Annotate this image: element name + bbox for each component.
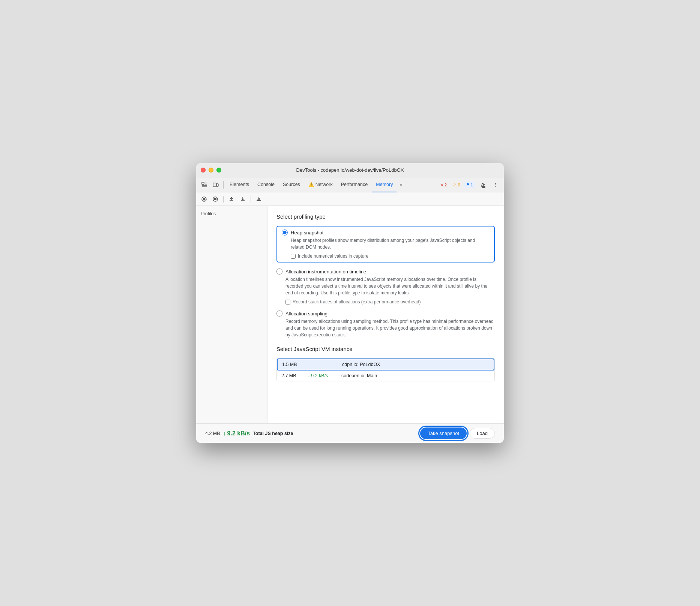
load-button[interactable]: Load — [470, 428, 495, 439]
tab-memory[interactable]: Memory — [372, 177, 397, 192]
devtools-window: DevTools - codepen.io/web-dot-dev/live/P… — [196, 163, 504, 443]
vm-size-0: 1.5 MB — [282, 362, 308, 367]
vm-name-0: cdpn.io: PoLdbOX — [342, 362, 380, 367]
svg-point-8 — [203, 198, 206, 200]
vm-table: 1.5 MB cdpn.io: PoLdbOX 2.7 MB ↓ 9.2 kB/… — [276, 358, 495, 381]
vm-name-1: codepen.io: Main — [341, 373, 377, 378]
info-icon: ⚑ — [466, 182, 470, 187]
upload-icon[interactable] — [227, 194, 236, 204]
allocation-timeline-desc: Allocation timelines show instrumented J… — [285, 276, 495, 296]
minimize-button[interactable] — [209, 168, 213, 172]
heap-snapshot-option[interactable]: Heap snapshot Heap snapshot profiles sho… — [276, 226, 495, 262]
toolbar-right: ✕ 2 ⚠ 6 ⚑ 1 ⋮ — [438, 180, 501, 190]
tab-sources[interactable]: Sources — [279, 177, 304, 192]
maximize-button[interactable] — [216, 168, 221, 172]
vm-section: Select JavaScript VM instance 1.5 MB cdp… — [276, 346, 495, 381]
record-button[interactable] — [199, 194, 209, 204]
stop-button[interactable] — [210, 194, 220, 204]
record-stack-traces-label: Record stack traces of allocations (extr… — [293, 299, 421, 304]
tab-performance[interactable]: Performance — [337, 177, 372, 192]
secondary-divider-1 — [223, 196, 224, 202]
vm-row-0[interactable]: 1.5 MB cdpn.io: PoLdbOX — [277, 358, 494, 370]
sidebar-profiles-label: Profiles — [196, 209, 267, 219]
allocation-sampling-desc: Record memory allocations using sampling… — [285, 318, 495, 338]
warning-badge[interactable]: ⚠ 6 — [451, 182, 462, 188]
allocation-sampling-row: Allocation sampling — [276, 310, 495, 316]
tab-divider-1 — [223, 181, 224, 189]
include-numerical-checkbox[interactable] — [291, 254, 296, 259]
heap-snapshot-checkbox-row: Include numerical values in capture — [291, 254, 490, 259]
inspect-element-icon[interactable] — [199, 180, 210, 190]
secondary-divider-2 — [251, 196, 251, 202]
record-stack-traces-checkbox[interactable] — [285, 300, 290, 304]
error-icon: ✕ — [440, 182, 444, 188]
allocation-timeline-radio[interactable] — [276, 268, 282, 274]
footer-speed-value: 9.2 kB/s — [227, 430, 250, 437]
vm-size-1: 2.7 MB — [281, 373, 308, 378]
device-toggle-icon[interactable] — [210, 180, 221, 190]
main-area: Profiles Select profiling type Heap snap… — [196, 206, 504, 423]
footer-speed: ↓ 9.2 kB/s — [223, 430, 250, 437]
include-numerical-label: Include numerical values in capture — [298, 254, 368, 259]
devtools-toolbar: Elements Console Sources ⚠️ Network Perf… — [196, 177, 504, 192]
info-badge[interactable]: ⚑ 1 — [464, 182, 475, 188]
footer-total-size: 4.2 MB — [205, 431, 220, 436]
take-snapshot-button[interactable]: Take snapshot — [420, 428, 467, 439]
speed-arrow-icon: ↓ — [308, 373, 310, 378]
titlebar: DevTools - codepen.io/web-dot-dev/live/P… — [196, 163, 504, 177]
allocation-sampling-radio[interactable] — [276, 310, 282, 316]
svg-rect-6 — [217, 184, 218, 186]
traffic-lights — [201, 168, 221, 172]
allocation-sampling-option[interactable]: Allocation sampling Record memory alloca… — [276, 310, 495, 338]
download-icon[interactable] — [238, 194, 248, 204]
footer-heap-label: Total JS heap size — [253, 431, 293, 436]
allocation-timeline-option[interactable]: Allocation instrumentation on timeline A… — [276, 268, 495, 304]
svg-rect-10 — [214, 198, 216, 200]
network-warning-icon: ⚠️ — [308, 182, 314, 187]
vm-row-1[interactable]: 2.7 MB ↓ 9.2 kB/s codepen.io: Main — [277, 370, 494, 381]
allocation-timeline-row: Allocation instrumentation on timeline — [276, 268, 495, 274]
window-title: DevTools - codepen.io/web-dot-dev/live/P… — [296, 167, 404, 173]
allocation-sampling-label: Allocation sampling — [285, 311, 327, 316]
warning-icon: ⚠ — [453, 182, 457, 188]
vm-section-title: Select JavaScript VM instance — [276, 346, 495, 352]
heap-snapshot-label: Heap snapshot — [291, 230, 323, 236]
heap-snapshot-row: Heap snapshot — [282, 230, 490, 236]
clear-icon[interactable] — [254, 194, 264, 204]
content-area: Select profiling type Heap snapshot Heap… — [267, 206, 504, 423]
svg-rect-0 — [202, 182, 204, 184]
allocation-timeline-checkbox-row: Record stack traces of allocations (extr… — [285, 299, 495, 304]
footer-arrow-icon: ↓ — [223, 430, 226, 437]
sidebar: Profiles — [196, 206, 267, 423]
svg-rect-5 — [213, 183, 216, 187]
tab-elements[interactable]: Elements — [226, 177, 253, 192]
secondary-toolbar — [196, 192, 504, 206]
settings-icon[interactable] — [478, 180, 489, 190]
tab-more[interactable]: » — [397, 177, 404, 192]
allocation-timeline-label: Allocation instrumentation on timeline — [285, 269, 366, 274]
vm-speed-value-1: 9.2 kB/s — [311, 373, 328, 378]
tab-console[interactable]: Console — [254, 177, 278, 192]
profiling-type-title: Select profiling type — [276, 213, 495, 220]
tab-network[interactable]: ⚠️ Network — [305, 177, 336, 192]
footer-bar: 4.2 MB ↓ 9.2 kB/s Total JS heap size Tak… — [196, 423, 504, 443]
heap-snapshot-radio[interactable] — [282, 230, 288, 236]
more-options-icon[interactable]: ⋮ — [490, 180, 501, 190]
error-badge[interactable]: ✕ 2 — [438, 182, 449, 188]
heap-snapshot-desc: Heap snapshot profiles show memory distr… — [291, 237, 490, 250]
close-button[interactable] — [201, 168, 206, 172]
vm-speed-1: ↓ 9.2 kB/s — [308, 373, 341, 378]
